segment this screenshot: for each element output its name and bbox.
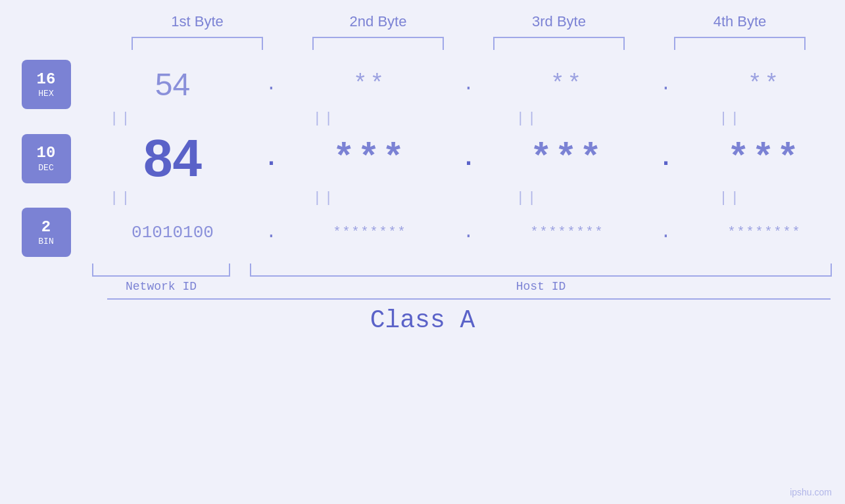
bin-row-data: 01010100 . ******** . ******** . *******…: [92, 222, 845, 242]
eq1-byte2: ||: [252, 110, 397, 127]
equals-row-1: || || || ||: [0, 109, 845, 128]
host-id-bracket: [250, 263, 832, 277]
dec-byte4-cell: ***: [692, 137, 837, 179]
dot-hex-3: .: [656, 74, 676, 95]
dec-byte3-value: ***: [530, 137, 604, 179]
bin-badge-num: 2: [41, 218, 51, 237]
dot-dec-3: .: [656, 145, 676, 172]
dec-byte4-value: ***: [727, 137, 802, 179]
dec-badge: 10 DEC: [22, 134, 71, 183]
eq1-byte1: ||: [49, 110, 193, 127]
dec-badge-label: DEC: [38, 163, 53, 173]
byte4-label: 4th Byte: [667, 13, 812, 30]
main-container: 1st Byte 2nd Byte 3rd Byte 4th Byte 16 H…: [0, 0, 845, 504]
eq2-byte4: ||: [658, 190, 803, 206]
hex-byte1-value: 54: [155, 67, 190, 102]
bracket-gap: [230, 263, 250, 277]
class-a-line: [107, 298, 831, 300]
bin-byte3-value: ********: [530, 225, 604, 240]
hex-byte2-value: **: [353, 71, 387, 98]
dec-badge-num: 10: [37, 144, 56, 163]
network-id-bracket: [92, 263, 230, 277]
label-gap: [230, 280, 250, 293]
bin-badge: 2 BIN: [22, 208, 71, 257]
hex-byte3-value: **: [550, 71, 584, 98]
dot-dec-2: .: [459, 145, 479, 172]
eq1-byte3: ||: [455, 110, 600, 127]
network-id-label: Network ID: [92, 280, 230, 293]
eq2-byte2: ||: [252, 190, 397, 206]
dec-byte2-value: ***: [333, 137, 407, 179]
dec-byte2-cell: ***: [298, 137, 443, 179]
eq2-byte3: ||: [455, 190, 600, 206]
byte1-label: 1st Byte: [125, 13, 270, 30]
bin-byte2-value: ********: [333, 225, 406, 240]
dec-row-data: 84 . *** . *** . ***: [92, 128, 845, 189]
equals-row-2: || || || ||: [0, 189, 845, 208]
bin-byte4-value: ********: [727, 225, 801, 240]
class-a-label: Class A: [370, 306, 475, 334]
bottom-bracket-area: Network ID Host ID: [0, 263, 845, 293]
hex-badge-num: 16: [37, 70, 56, 89]
dot-dec-1: .: [262, 145, 281, 172]
dec-badge-spacer: 10 DEC: [0, 134, 92, 183]
hex-badge: 16 HEX: [22, 60, 71, 109]
bin-byte3-cell: ********: [495, 225, 640, 240]
hex-row-wrapper: 16 HEX 54 . ** . ** . **: [0, 60, 845, 109]
bracket-byte3: [493, 37, 625, 50]
bottom-left-spacer: [0, 263, 92, 293]
hex-byte1-cell: 54: [101, 66, 245, 103]
bracket-byte2: [312, 37, 444, 50]
hex-row-data: 54 . ** . ** . **: [92, 66, 845, 103]
eq1-byte4: ||: [658, 110, 803, 127]
bottom-right-spacer: [832, 263, 845, 293]
host-id-label: Host ID: [250, 280, 832, 293]
dot-bin-2: .: [459, 222, 479, 242]
bracket-byte4: [674, 37, 806, 50]
dec-row-wrapper: 10 DEC 84 . *** . *** . ***: [0, 128, 845, 189]
byte2-label: 2nd Byte: [306, 13, 450, 30]
eq2-byte1: ||: [49, 190, 193, 206]
dec-byte1-value: 84: [143, 129, 202, 187]
bin-byte4-cell: ********: [692, 225, 837, 240]
bin-byte2-cell: ********: [298, 225, 443, 240]
hex-badge-spacer: 16 HEX: [0, 60, 92, 109]
bin-byte1-cell: 01010100: [101, 223, 245, 242]
class-a-area: Class A: [0, 298, 845, 334]
bracket-byte1: [132, 37, 263, 50]
top-brackets: [107, 37, 831, 50]
watermark: ipshu.com: [790, 487, 832, 497]
dec-byte3-cell: ***: [495, 137, 640, 179]
byte-labels-row: 1st Byte 2nd Byte 3rd Byte 4th Byte: [107, 13, 831, 30]
bottom-bracket-row: [92, 263, 832, 277]
bin-byte1-value: 01010100: [132, 223, 214, 242]
dot-bin-3: .: [656, 222, 676, 242]
dec-byte1-cell: 84: [101, 128, 245, 189]
dot-hex-2: .: [459, 74, 479, 95]
bin-badge-spacer: 2 BIN: [0, 208, 92, 257]
bin-badge-label: BIN: [38, 237, 53, 246]
hex-badge-label: HEX: [38, 89, 53, 99]
bottom-bracket-content: Network ID Host ID: [92, 263, 832, 293]
bin-row-wrapper: 2 BIN 01010100 . ******** . ******** . *…: [0, 208, 845, 257]
bottom-label-row: Network ID Host ID: [92, 280, 832, 293]
dot-bin-1: .: [262, 222, 281, 242]
hex-byte2-cell: **: [298, 71, 443, 98]
hex-byte4-value: **: [748, 71, 781, 98]
hex-byte3-cell: **: [495, 71, 640, 98]
dot-hex-1: .: [262, 74, 281, 95]
byte3-label: 3rd Byte: [487, 13, 631, 30]
hex-byte4-cell: **: [692, 71, 837, 98]
